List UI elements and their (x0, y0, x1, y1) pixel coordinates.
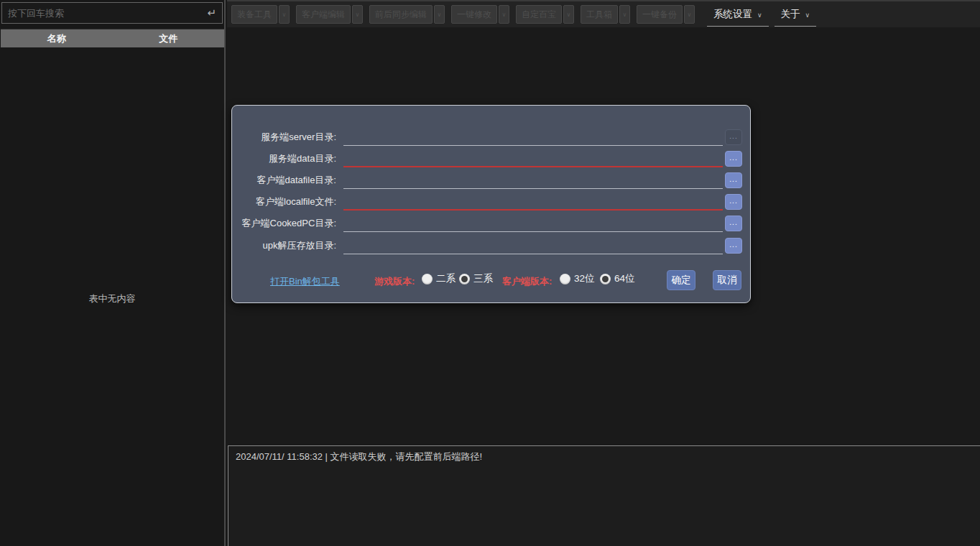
radio-icon[interactable] (560, 274, 570, 284)
game-version-label: 游戏版本: (374, 275, 415, 288)
cookedpc-dir-browse-button[interactable]: ... (725, 216, 742, 231)
field-row-cookedpc-dir: 客户端CookedPC目录: ... (232, 214, 752, 233)
radio-selected-icon[interactable] (600, 274, 611, 284)
datafile-dir-label: 客户端datafile目录: (232, 171, 336, 190)
system-settings-label: 系统设置 (713, 8, 752, 21)
radio-option-label: 64位 (614, 272, 635, 285)
upk-dir-browse-button[interactable]: ... (725, 238, 742, 254)
toolbar-group-custom: 自定百宝 ∨ (516, 5, 574, 24)
quick-backup-button[interactable]: 一键备份 (637, 5, 683, 24)
radio-selected-icon[interactable] (459, 274, 470, 284)
chevron-down-icon[interactable]: ∨ (499, 5, 509, 24)
about-menu[interactable]: 关于 ∨ (775, 2, 817, 27)
toolbar-group-toolbox: 工具箱 ∨ (581, 5, 630, 24)
cookedpc-dir-label: 客户端CookedPC目录: (232, 214, 336, 233)
table-empty-message: 表中无内容 (0, 292, 224, 305)
radio-option-label: 二系 (436, 272, 456, 285)
toolbar: 装备工具 ∨ 客户端编辑 ∨ 前后同步编辑 ∨ 一键修改 ∨ 自定百宝 ∨ 工具… (227, 0, 980, 27)
chevron-down-icon: ∨ (757, 10, 762, 19)
server-dir-input[interactable] (343, 128, 723, 146)
radio-option-64bit[interactable]: 64位 (600, 272, 635, 285)
radio-option-label: 32位 (574, 272, 595, 285)
data-dir-browse-button[interactable]: ... (725, 151, 742, 167)
server-dir-browse-button[interactable]: ... (725, 129, 742, 145)
radio-icon[interactable] (422, 274, 433, 284)
upk-dir-input[interactable] (343, 236, 723, 254)
datafile-dir-browse-button[interactable]: ... (725, 172, 742, 188)
radio-option-series2[interactable]: 二系 (422, 272, 456, 285)
chevron-down-icon[interactable]: ∨ (434, 5, 445, 24)
column-header-name[interactable]: 名称 (1, 29, 113, 47)
chevron-down-icon: ∨ (805, 10, 810, 19)
log-entry: 2024/07/11/ 11:58:32 | 文件读取失败，请先配置前后端路径! (236, 450, 973, 463)
radio-option-label: 三系 (473, 272, 493, 285)
ok-button[interactable]: 确定 (667, 270, 695, 290)
client-version-label: 客户端版本: (502, 275, 552, 288)
chevron-down-icon[interactable]: ∨ (619, 5, 630, 24)
log-panel[interactable]: 2024/07/11/ 11:58:32 | 文件读取失败，请先配置前后端路径! (228, 445, 980, 546)
radio-option-series3[interactable]: 三系 (459, 272, 493, 285)
chevron-down-icon[interactable]: ∨ (352, 5, 363, 24)
toolbar-group-quick-modify: 一键修改 ∨ (451, 5, 509, 24)
chevron-down-icon[interactable]: ∨ (563, 5, 574, 24)
upk-dir-label: upk解压存放目录: (232, 236, 336, 255)
toolbox-button[interactable]: 工具箱 (581, 5, 618, 24)
chevron-down-icon[interactable]: ∨ (684, 5, 695, 24)
sync-edit-button[interactable]: 前后同步编辑 (369, 5, 433, 24)
toolbar-group-equip: 装备工具 ∨ (231, 5, 290, 24)
server-dir-label: 服务端server目录: (232, 128, 336, 147)
custom-treasure-button[interactable]: 自定百宝 (516, 5, 562, 24)
field-row-datafile-dir: 客户端datafile目录: ... (232, 171, 752, 190)
cookedpc-dir-input[interactable] (343, 214, 723, 232)
about-label: 关于 (781, 8, 800, 21)
toolbar-group-sync-edit: 前后同步编辑 ∨ (369, 5, 445, 24)
client-edit-button[interactable]: 客户端编辑 (296, 5, 351, 24)
open-bin-unpack-tool-link[interactable]: 打开Bin解包工具 (270, 275, 340, 288)
field-row-data-dir: 服务端data目录: ... (232, 149, 752, 168)
toolbar-group-backup: 一键备份 ∨ (637, 5, 695, 24)
sidebar: ↵ 名称 文件 表中无内容 (0, 0, 226, 546)
search-box[interactable]: ↵ (1, 2, 223, 24)
quick-modify-button[interactable]: 一键修改 (451, 5, 497, 24)
column-header-file[interactable]: 文件 (113, 29, 225, 47)
system-settings-menu[interactable]: 系统设置 ∨ (707, 2, 769, 27)
search-input[interactable] (2, 3, 204, 23)
field-row-upk-dir: upk解压存放目录: ... (232, 236, 752, 255)
localfile-label: 客户端localfile文件: (232, 193, 336, 211)
field-row-server-dir: 服务端server目录: ... (232, 128, 752, 147)
chevron-down-icon[interactable]: ∨ (279, 5, 290, 24)
radio-option-32bit[interactable]: 32位 (560, 272, 595, 285)
datafile-dir-input[interactable] (343, 171, 723, 189)
toolbar-group-client-edit: 客户端编辑 ∨ (296, 5, 363, 24)
localfile-input[interactable] (343, 193, 723, 210)
file-table-header: 名称 文件 (1, 29, 224, 47)
enter-key-icon: ↵ (204, 6, 222, 19)
cancel-button[interactable]: 取消 (713, 270, 741, 290)
path-config-dialog: 服务端server目录: ... 服务端data目录: ... 客户端dataf… (231, 105, 751, 303)
equip-tools-button[interactable]: 装备工具 (231, 5, 277, 24)
data-dir-input[interactable] (343, 149, 723, 167)
data-dir-label: 服务端data目录: (232, 149, 336, 168)
field-row-localfile: 客户端localfile文件: ... (232, 193, 752, 211)
localfile-browse-button[interactable]: ... (725, 194, 742, 210)
